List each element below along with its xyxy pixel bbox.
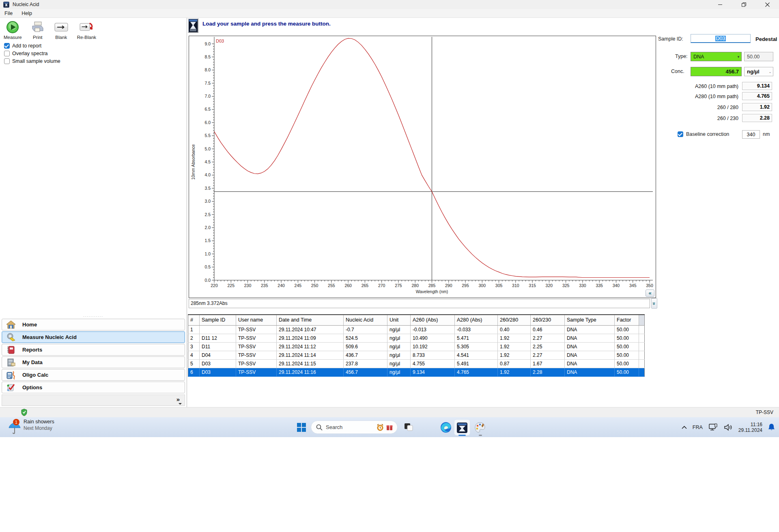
table-row-2[interactable]: 2D11 12TP-SSV29.11.2024 11:09524.5ng/µl1… — [188, 334, 645, 342]
sample-id-label: Sample ID: — [658, 36, 683, 42]
minimize-button[interactable] — [708, 0, 732, 9]
mode-label: Pedestal — [755, 36, 777, 42]
cursor-readout-field[interactable]: 285nm 3.372Abs — [189, 299, 650, 308]
a280-value: 4.765 — [742, 92, 772, 100]
column-header[interactable]: Factor — [615, 315, 639, 325]
checkbox-small-sample-volume[interactable]: Small sample volume — [4, 58, 60, 64]
clock-widget[interactable]: 11:16 29.11.2024 — [738, 422, 762, 433]
paint-app-icon[interactable] — [474, 421, 486, 433]
checkbox-box — [4, 51, 10, 56]
svg-text:335: 335 — [596, 283, 603, 288]
sidebar-item-my-data[interactable]: My Data — [2, 356, 185, 368]
readout-expand-button[interactable]: » — [651, 298, 657, 309]
language-indicator[interactable]: FRA — [693, 425, 703, 430]
checkbox-overlay-spectra[interactable]: Overlay spectra — [4, 51, 60, 56]
svg-text:345: 345 — [629, 283, 637, 288]
start-button[interactable] — [295, 421, 308, 433]
gift-icon — [386, 424, 393, 431]
close-button[interactable] — [755, 0, 779, 9]
oligo-calc-icon — [6, 371, 16, 380]
svg-text:3.5: 3.5 — [204, 186, 211, 191]
options-icon — [6, 383, 16, 392]
conc-unit-dropdown[interactable]: ng/µl ⌄ — [744, 67, 773, 76]
column-header[interactable]: 260/230 — [531, 315, 565, 325]
app-status-bar: TP-SSV — [0, 407, 779, 417]
svg-text:1.5: 1.5 — [204, 238, 211, 243]
print-button[interactable]: Print — [29, 19, 47, 41]
checkbox-box — [4, 58, 10, 64]
notification-bell-icon[interactable] — [768, 423, 775, 431]
column-header[interactable]: Nucleic Acid — [344, 315, 387, 325]
measure-button[interactable]: Measure — [2, 19, 23, 41]
blank-button[interactable]: Blank — [52, 19, 70, 41]
type-label: Type: — [675, 54, 688, 59]
svg-text:7.5: 7.5 — [204, 81, 211, 86]
baseline-wavelength-field[interactable]: 340 — [742, 130, 760, 139]
status-user: TP-SSV — [756, 410, 773, 415]
nucleic-acid-app-icon[interactable] — [456, 422, 468, 434]
task-view-button[interactable] — [402, 421, 415, 433]
weather-widget[interactable]: 1 Rain showers Next Monday — [6, 419, 54, 431]
measure-icon — [6, 20, 19, 34]
column-header[interactable]: User name — [236, 315, 277, 325]
svg-text:270: 270 — [378, 283, 385, 288]
volume-icon[interactable] — [724, 424, 733, 431]
chart-plot-area[interactable]: 0.00.51.01.52.02.53.03.54.04.55.05.56.06… — [189, 36, 656, 298]
svg-text:D03: D03 — [216, 39, 224, 43]
alarm-clock-icon — [376, 423, 384, 431]
sidebar-item-home[interactable]: Home — [2, 319, 185, 330]
checkbox-add-to-report[interactable]: Add to report — [4, 43, 60, 49]
a260-value: 9.134 — [742, 82, 772, 90]
svg-text:320: 320 — [546, 283, 553, 288]
network-icon[interactable] — [708, 423, 718, 431]
reblank-icon — [80, 20, 93, 34]
reblank-button[interactable]: Re-Blank — [76, 19, 97, 41]
column-header[interactable]: A260 (Abs) — [411, 315, 455, 325]
tray-overflow-chevron-icon[interactable] — [682, 426, 687, 429]
column-header[interactable]: Date and Time — [277, 315, 344, 325]
svg-text:295: 295 — [462, 283, 469, 288]
table-row-4[interactable]: 4D04TP-SSV29.11.2024 11:14436.7ng/µl8.73… — [188, 351, 645, 359]
column-header[interactable]: # — [188, 315, 200, 325]
sidebar-item-options[interactable]: Options — [2, 382, 185, 393]
table-row-1[interactable]: 1TP-SSV29.11.2024 10:47-0.7ng/µl-0.013-0… — [188, 325, 645, 334]
column-header[interactable]: 260/280 — [498, 315, 531, 325]
svg-text:3.0: 3.0 — [204, 199, 211, 204]
svg-text:8.0: 8.0 — [204, 67, 211, 72]
column-header[interactable]: Sample ID — [200, 315, 236, 325]
checkbox-box — [4, 43, 10, 49]
tray-time: 11:16 — [738, 422, 762, 427]
column-header[interactable]: A280 (Abs) — [455, 315, 498, 325]
svg-text:0.0: 0.0 — [204, 278, 211, 283]
double-chevron-down-icon: » — [651, 302, 657, 305]
home-icon — [6, 320, 16, 329]
sidebar-item-measure-nucleic-acid[interactable]: Measure Nucleic Acid — [2, 331, 185, 343]
taskbar-search[interactable]: Search — [311, 420, 398, 434]
svg-text:0.5: 0.5 — [204, 264, 211, 269]
panel-splitter-handle[interactable]: ........... — [0, 314, 187, 317]
type-factor-field[interactable]: 50.00 — [744, 52, 773, 61]
svg-text:350: 350 — [646, 283, 653, 288]
search-icon — [316, 424, 323, 431]
collapse-panel-button[interactable]: « — [646, 290, 654, 297]
sidebar-expander-button[interactable]: » — [176, 396, 180, 403]
table-row-6[interactable]: 6D03TP-SSV29.11.2024 11:16456.7ng/µl9.13… — [188, 368, 645, 376]
blank-icon — [54, 20, 68, 34]
edge-browser-icon[interactable] — [440, 421, 452, 433]
window-title: Nucleic Acid — [13, 2, 39, 7]
restore-button[interactable] — [732, 0, 755, 9]
column-header[interactable]: Sample Type — [565, 315, 615, 325]
menu-help[interactable]: Help — [17, 10, 37, 17]
table-row-5[interactable]: 5D03TP-SSV29.11.2024 11:15237.8ng/µl4.75… — [188, 359, 645, 368]
baseline-correction-checkbox[interactable] — [678, 131, 683, 137]
sidebar-item-oligo-calc[interactable]: Oligo Calc — [2, 369, 185, 381]
table-row-3[interactable]: 3D11TP-SSV29.11.2024 11:12509.6ng/µl10.1… — [188, 342, 645, 351]
type-dropdown[interactable]: DNA ▾ — [691, 52, 742, 61]
ratio-260-280-value: 1.92 — [742, 103, 772, 111]
menu-file[interactable]: File — [0, 10, 17, 17]
svg-text:1.0: 1.0 — [204, 251, 211, 256]
column-header[interactable]: Unit — [387, 315, 411, 325]
sidebar-item-reports[interactable]: Reports — [2, 344, 185, 356]
sample-id-input[interactable]: D03 — [691, 34, 751, 43]
svg-text:8.5: 8.5 — [204, 54, 211, 59]
